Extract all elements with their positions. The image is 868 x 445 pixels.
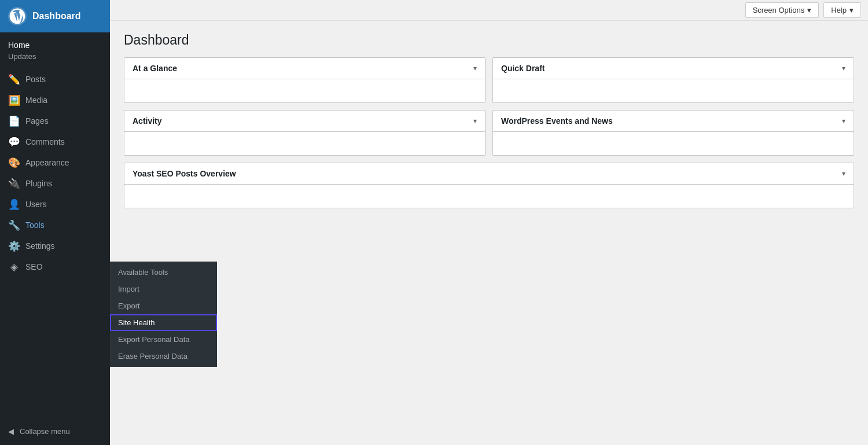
tools-submenu: Available Tools Import Export Site Healt… — [110, 262, 217, 367]
quick-draft-panel: Quick Draft ▾ — [492, 57, 854, 103]
appearance-icon: 🎨 — [8, 157, 20, 168]
middle-widgets-grid: Activity ▾ WordPress Events and News ▾ — [124, 110, 854, 156]
sidebar-item-tools[interactable]: 🔧 Tools — [0, 215, 110, 236]
sidebar-item-appearance-label: Appearance — [25, 158, 69, 167]
plugins-icon: 🔌 — [8, 178, 20, 189]
submenu-item-erase-personal-data[interactable]: Erase Personal Data — [110, 348, 217, 365]
submenu-item-export[interactable]: Export — [110, 297, 217, 314]
yoast-title: Yoast SEO Posts Overview — [133, 169, 236, 178]
sidebar-item-settings[interactable]: ⚙️ Settings — [0, 236, 110, 256]
activity-panel: Activity ▾ — [124, 110, 486, 156]
sidebar-nav: ✏️ Posts 🖼️ Media 📄 Pages 💬 Comments 🎨 A… — [0, 69, 110, 277]
media-icon: 🖼️ — [8, 94, 20, 106]
submenu-item-export-personal-data[interactable]: Export Personal Data — [110, 331, 217, 348]
sidebar-item-users[interactable]: 👤 Users — [0, 194, 110, 215]
sidebar-item-posts-label: Posts — [25, 75, 46, 84]
sidebar-item-settings-label: Settings — [25, 241, 55, 251]
sidebar-item-comments-label: Comments — [25, 137, 65, 146]
sidebar-item-users-label: Users — [25, 200, 47, 209]
tools-icon: 🔧 — [8, 219, 20, 231]
screen-options-label: Screen Options — [753, 6, 805, 14]
at-a-glance-header[interactable]: At a Glance ▾ — [124, 58, 485, 79]
users-icon: 👤 — [8, 198, 20, 210]
wp-events-chevron-icon: ▾ — [842, 117, 845, 125]
quick-draft-body — [493, 79, 854, 102]
sidebar-item-plugins[interactable]: 🔌 Plugins — [0, 173, 110, 194]
sidebar-home-section: Home Updates — [0, 37, 110, 64]
wp-events-title: WordPress Events and News — [501, 116, 613, 126]
sidebar-item-appearance[interactable]: 🎨 Appearance — [0, 152, 110, 173]
collapse-arrow-icon: ◀ — [8, 427, 14, 436]
help-button[interactable]: Help ▾ — [823, 2, 861, 18]
yoast-body — [124, 185, 854, 208]
submenu-item-site-health[interactable]: Site Health — [110, 314, 217, 331]
activity-chevron-icon: ▾ — [473, 117, 477, 125]
help-label: Help — [831, 6, 847, 14]
comments-icon: 💬 — [8, 136, 20, 148]
dashboard-label: Dashboard — [32, 11, 81, 21]
sidebar-item-seo-label: SEO — [25, 262, 43, 271]
quick-draft-title: Quick Draft — [501, 64, 545, 73]
page-title: Dashboard — [124, 32, 854, 48]
collapse-menu-label: Collapse menu — [20, 427, 70, 436]
submenu-item-available-tools[interactable]: Available Tools — [110, 264, 217, 281]
screen-options-chevron-icon: ▾ — [807, 6, 811, 14]
at-a-glance-panel: At a Glance ▾ — [124, 57, 486, 103]
top-widgets-grid: At a Glance ▾ Quick Draft ▾ — [124, 57, 854, 103]
wp-events-header[interactable]: WordPress Events and News ▾ — [493, 111, 854, 132]
sidebar-item-comments[interactable]: 💬 Comments — [0, 131, 110, 152]
wp-events-panel: WordPress Events and News ▾ — [492, 110, 854, 156]
activity-header[interactable]: Activity ▾ — [124, 111, 485, 132]
posts-icon: ✏️ — [8, 73, 20, 85]
activity-title: Activity — [133, 116, 162, 126]
seo-icon: ◈ — [8, 261, 20, 273]
yoast-header[interactable]: Yoast SEO Posts Overview ▾ — [124, 163, 854, 185]
submenu-item-import[interactable]: Import — [110, 281, 217, 297]
sidebar-item-tools-label: Tools — [25, 220, 45, 230]
wp-events-body — [493, 132, 854, 155]
at-a-glance-chevron-icon: ▾ — [473, 64, 477, 72]
sidebar-item-posts[interactable]: ✏️ Posts — [0, 69, 110, 90]
quick-draft-header[interactable]: Quick Draft ▾ — [493, 58, 854, 79]
sidebar-header[interactable]: Dashboard — [0, 0, 110, 32]
collapse-menu-button[interactable]: ◀ Collapse menu — [0, 422, 110, 440]
sidebar-item-pages[interactable]: 📄 Pages — [0, 111, 110, 131]
help-chevron-icon: ▾ — [849, 6, 854, 14]
topbar: Screen Options ▾ Help ▾ — [110, 0, 868, 21]
sidebar-group-home: Home Updates — [0, 32, 110, 67]
settings-icon: ⚙️ — [8, 240, 20, 252]
yoast-panel: Yoast SEO Posts Overview ▾ — [124, 163, 854, 208]
screen-options-button[interactable]: Screen Options ▾ — [745, 2, 819, 18]
sidebar-home-label[interactable]: Home — [8, 39, 102, 51]
at-a-glance-title: At a Glance — [133, 64, 177, 73]
main-content: Screen Options ▾ Help ▾ Dashboard At a G… — [110, 0, 868, 445]
quick-draft-chevron-icon: ▾ — [842, 64, 845, 72]
sidebar-item-seo[interactable]: ◈ SEO — [0, 256, 110, 277]
content-area: Dashboard At a Glance ▾ Quick Draft ▾ — [110, 21, 868, 445]
sidebar-updates-label[interactable]: Updates — [8, 51, 102, 62]
activity-body — [124, 132, 485, 155]
sidebar-item-plugins-label: Plugins — [25, 179, 52, 188]
wordpress-logo-icon — [8, 7, 27, 25]
yoast-chevron-icon: ▾ — [842, 170, 845, 178]
sidebar-item-media-label: Media — [25, 95, 47, 105]
sidebar-item-pages-label: Pages — [25, 116, 49, 126]
pages-icon: 📄 — [8, 115, 20, 127]
sidebar-item-media[interactable]: 🖼️ Media — [0, 90, 110, 111]
sidebar: Dashboard Home Updates ✏️ Posts 🖼️ Media… — [0, 0, 110, 445]
at-a-glance-body — [124, 79, 485, 102]
